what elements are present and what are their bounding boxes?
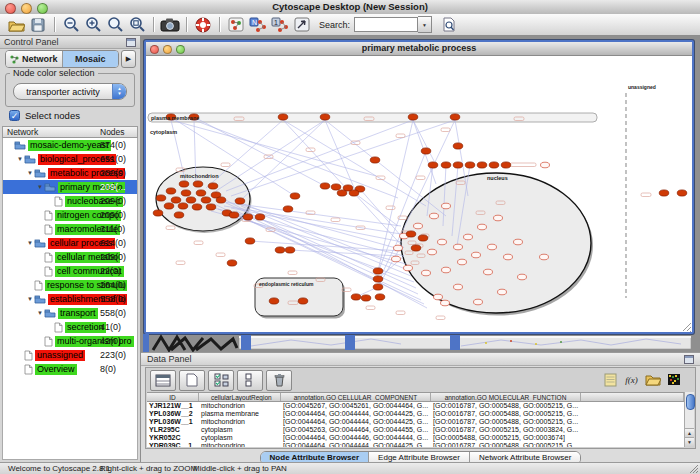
table-column-header[interactable]: ID [147, 393, 199, 401]
network-node[interactable] [442, 203, 451, 209]
network-node[interactable] [418, 235, 428, 241]
attribute-table-button[interactable] [150, 370, 176, 391]
network-node[interactable] [156, 195, 166, 201]
network-node[interactable] [373, 284, 383, 290]
network-node[interactable] [438, 239, 447, 245]
unselect-attributes-button[interactable] [237, 370, 263, 391]
network-node[interactable] [337, 190, 347, 196]
table-row[interactable]: YJR121W__1mitochondrion[GO:0045267, GO:0… [147, 402, 684, 410]
scrollbar-thumb[interactable] [686, 394, 695, 410]
network-node[interactable] [216, 197, 226, 203]
modify-network-button[interactable]: N [247, 15, 269, 35]
table-row[interactable]: YPL036W__1mitochondrion[GO:0044464, GO:0… [147, 418, 684, 426]
tree-row[interactable]: nitrogen compo209(0) [3, 208, 137, 222]
network-node[interactable] [361, 295, 371, 301]
network-node[interactable] [349, 190, 359, 196]
tree-row[interactable]: response to stimulu264(0) [3, 278, 137, 292]
tree-row[interactable]: mosaic-demo-yeast874(0) [3, 138, 137, 152]
network-node[interactable] [430, 213, 439, 219]
snapshot-button[interactable] [159, 15, 181, 35]
network-node[interactable] [245, 238, 255, 244]
network-node[interactable] [153, 210, 163, 216]
network-node[interactable] [518, 274, 527, 280]
tree-row[interactable]: ▼metabolic process280(0) [3, 166, 137, 180]
expand-arrow-icon[interactable]: ▼ [26, 240, 34, 246]
network-node[interactable] [186, 197, 196, 203]
tree-row[interactable]: secretion41(0) [3, 320, 137, 334]
new-attribute-button[interactable] [179, 370, 205, 391]
table-column-header[interactable]: annotation.GO CELLULAR_COMPONENT [281, 393, 431, 401]
table-column-header[interactable]: annotation.GO MOLECULAR_FUNCTION [431, 393, 581, 401]
network-canvas[interactable]: plasma membranecytoplasmmitochondrionnuc… [146, 56, 692, 332]
network-node[interactable] [178, 203, 188, 209]
import-attributes-button[interactable] [643, 371, 662, 388]
network-node[interactable] [494, 215, 503, 221]
network-node[interactable] [414, 223, 423, 229]
float-panel-icon[interactable] [126, 38, 136, 47]
select-attributes-button[interactable] [208, 370, 234, 391]
tree-row[interactable]: cell communicat22(0) [3, 264, 137, 278]
zoom-out-button[interactable] [60, 15, 82, 35]
network-node[interactable] [171, 197, 181, 203]
network-node[interactable] [422, 270, 431, 276]
network-node[interactable] [441, 300, 450, 306]
tree-row[interactable]: cellular metabo209(0) [3, 250, 137, 264]
network-node[interactable] [441, 162, 451, 168]
expand-arrow-icon[interactable]: ▼ [36, 310, 44, 316]
network-node[interactable] [201, 197, 211, 203]
network-node[interactable] [193, 181, 203, 187]
network-node[interactable] [514, 239, 523, 245]
scroll-down-button[interactable]: ▼ [685, 437, 694, 447]
tree-row[interactable]: ▼cellular process614(0) [3, 236, 137, 250]
network-node[interactable] [454, 244, 463, 250]
network-node[interactable] [408, 114, 418, 120]
network-node[interactable] [164, 203, 174, 209]
float-panel-icon[interactable] [684, 355, 694, 364]
table-row[interactable]: YKR052Ccytoplasm[GO:0044464, GO:0044446,… [147, 434, 684, 442]
network-node[interactable] [196, 190, 206, 196]
expand-arrow-icon[interactable]: ▼ [36, 184, 44, 190]
network-node[interactable] [181, 190, 191, 196]
network-node[interactable] [465, 162, 475, 168]
destroy-network-button[interactable]: 1 [269, 15, 291, 35]
select-nodes-option[interactable]: ✓ Select nodes [9, 110, 80, 121]
tab-mosaic[interactable]: Mosaic [63, 51, 119, 67]
tree-row[interactable]: ▼transport558(0) [3, 306, 137, 320]
search-dropdown-button[interactable]: ▼ [418, 16, 432, 33]
save-session-button[interactable] [27, 15, 49, 35]
network-node[interactable] [227, 260, 237, 266]
network-node[interactable] [320, 183, 330, 189]
expand-arrow-icon[interactable]: ▼ [26, 170, 34, 176]
network-node[interactable] [484, 269, 493, 275]
search-input[interactable] [354, 17, 418, 32]
network-node[interactable] [174, 212, 184, 218]
tree-row[interactable]: unassigned223(0) [3, 348, 137, 362]
table-row[interactable]: YDR039C__1mitochondrion[GO:0044464, GO:0… [147, 442, 684, 447]
network-node[interactable] [373, 268, 383, 274]
network-node[interactable] [255, 214, 265, 220]
network-node[interactable] [373, 276, 383, 282]
table-scrollbar[interactable]: ▲ ▼ [684, 392, 694, 447]
network-node[interactable] [278, 114, 288, 120]
delete-attribute-button[interactable] [266, 370, 292, 391]
tree-row[interactable]: ▼biological_process651(0) [3, 152, 137, 166]
network-node[interactable] [498, 289, 507, 295]
network-node[interactable] [501, 162, 511, 168]
network-node[interactable] [375, 294, 385, 300]
network-node[interactable] [392, 256, 401, 262]
network-graph[interactable]: plasma membranecytoplasmmitochondrionnuc… [146, 56, 692, 332]
network-node[interactable] [442, 267, 451, 273]
expand-arrow-icon[interactable]: ▼ [16, 156, 24, 162]
tree-row[interactable]: multi-organism pro42(0) [3, 334, 137, 348]
open-session-button[interactable] [5, 15, 27, 35]
zoom-selected-button[interactable] [104, 15, 126, 35]
network-node[interactable] [275, 247, 285, 253]
network-node[interactable] [434, 294, 443, 300]
dropdown-stepper[interactable]: ▲▼ [112, 84, 126, 99]
network-node[interactable] [411, 245, 421, 251]
network-node[interactable] [208, 183, 218, 189]
advanced-search-button[interactable] [438, 15, 460, 35]
network-node[interactable] [269, 298, 279, 304]
network-frame-titlebar[interactable]: primary metabolic process [146, 42, 692, 56]
table-column-header[interactable]: _cellularLayoutRegion [199, 393, 281, 401]
